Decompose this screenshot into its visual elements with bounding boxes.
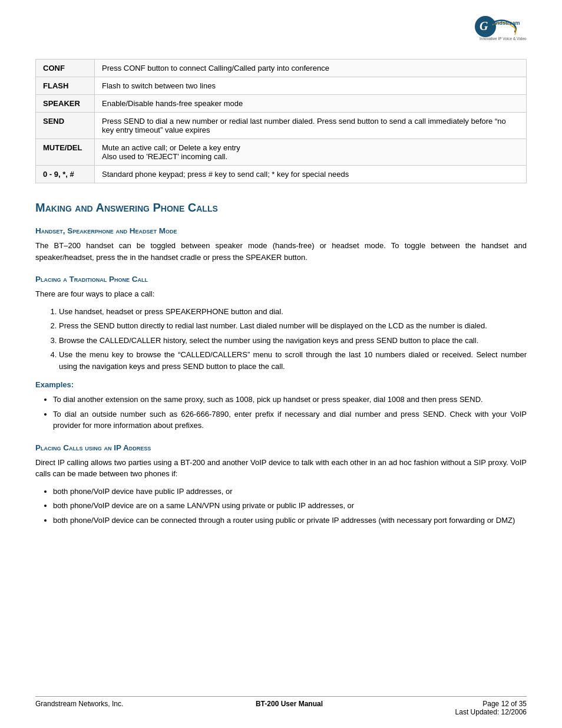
desc-cell-flash: Flash to switch between two lines — [95, 77, 527, 95]
placing-traditional-intro: There are four ways to place a call: — [35, 288, 527, 300]
placing-ip-body: Direct IP calling allows two parties usi… — [35, 457, 527, 480]
key-cell-send: SEND — [36, 113, 95, 139]
placing-traditional-subtitle: Placing a Traditional Phone Call — [35, 275, 527, 284]
grandstream-logo: G andstream Innovative IP Voice & Video — [474, 12, 538, 44]
key-cell-keypad: 0 - 9, *, # — [36, 166, 95, 183]
footer-title: BT-200 User Manual — [256, 700, 323, 716]
placing-ip-subtitle: Placing Calls using an IP Address — [35, 443, 527, 452]
placing-ip-list: both phone/VoIP device have public IP ad… — [53, 486, 527, 526]
logo-area: G andstream Innovative IP Voice & Video — [474, 12, 538, 47]
table-row: SPEAKER Enable/Disable hands-free speake… — [36, 95, 527, 113]
svg-text:G: G — [480, 19, 488, 32]
list-item: both phone/VoIP device are on a same LAN… — [53, 500, 527, 512]
list-item: both phone/VoIP device have public IP ad… — [53, 486, 527, 498]
footer-page-number: Page 12 of 35 — [455, 700, 527, 708]
mute-line2: Also used to 'REJECT' incoming call. — [102, 152, 227, 161]
table-row: 0 - 9, *, # Standard phone keypad; press… — [36, 166, 527, 183]
page-footer: Grandstream Networks, Inc. BT-200 User M… — [35, 696, 527, 716]
mute-line1: Mute an active call; or Delete a key ent… — [102, 143, 240, 152]
handset-body-text: The BT–200 handset can be toggled betwee… — [35, 240, 527, 263]
table-row: MUTE/DEL Mute an active call; or Delete … — [36, 139, 527, 166]
desc-cell-conf: Press CONF button to connect Calling/Cal… — [95, 60, 527, 77]
list-item: To dial another extension on the same pr… — [53, 394, 527, 406]
list-item: Press the SEND button directly to redial… — [59, 320, 527, 332]
svg-text:andstream: andstream — [493, 20, 520, 26]
key-cell-flash: FLASH — [36, 77, 95, 95]
examples-label: Examples: — [35, 380, 527, 389]
key-reference-table: CONF Press CONF button to connect Callin… — [35, 59, 527, 183]
table-row: FLASH Flash to switch between two lines — [36, 77, 527, 95]
placing-traditional-list: Use handset, headset or press SPEAKERPHO… — [59, 306, 527, 373]
section-title-text: Making and Answering Phone Calls — [35, 201, 218, 214]
list-item: Browse the CALLED/CALLER history, select… — [59, 335, 527, 347]
desc-cell-speaker: Enable/Disable hands-free speaker mode — [95, 95, 527, 113]
footer-company: Grandstream Networks, Inc. — [35, 700, 123, 716]
list-item: To dial an outside number such as 626-66… — [53, 409, 527, 431]
desc-cell-keypad: Standard phone keypad; press # key to se… — [95, 166, 527, 183]
list-item: Use handset, headset or press SPEAKERPHO… — [59, 306, 527, 318]
list-item: both phone/VoIP device can be connected … — [53, 515, 527, 526]
footer-page-info: Page 12 of 35 Last Updated: 12/2006 — [455, 700, 527, 716]
key-cell-speaker: SPEAKER — [36, 95, 95, 113]
footer-last-updated: Last Updated: 12/2006 — [455, 708, 527, 716]
desc-cell-mute: Mute an active call; or Delete a key ent… — [95, 139, 527, 166]
handset-subtitle: Handset, Speakerphone and Headset Mode — [35, 226, 527, 235]
main-content: CONF Press CONF button to connect Callin… — [35, 59, 527, 567]
svg-text:Innovative IP Voice & Video: Innovative IP Voice & Video — [480, 37, 527, 41]
making-calls-section-title: Making and Answering Phone Calls — [35, 201, 527, 215]
list-item: Use the menu key to browse the “CALLED/C… — [59, 349, 527, 372]
key-cell-mute: MUTE/DEL — [36, 139, 95, 166]
desc-cell-send: Press SEND to dial a new number or redia… — [95, 113, 527, 139]
table-row: SEND Press SEND to dial a new number or … — [36, 113, 527, 139]
key-cell-conf: CONF — [36, 60, 95, 77]
table-row: CONF Press CONF button to connect Callin… — [36, 60, 527, 77]
examples-list: To dial another extension on the same pr… — [53, 394, 527, 431]
